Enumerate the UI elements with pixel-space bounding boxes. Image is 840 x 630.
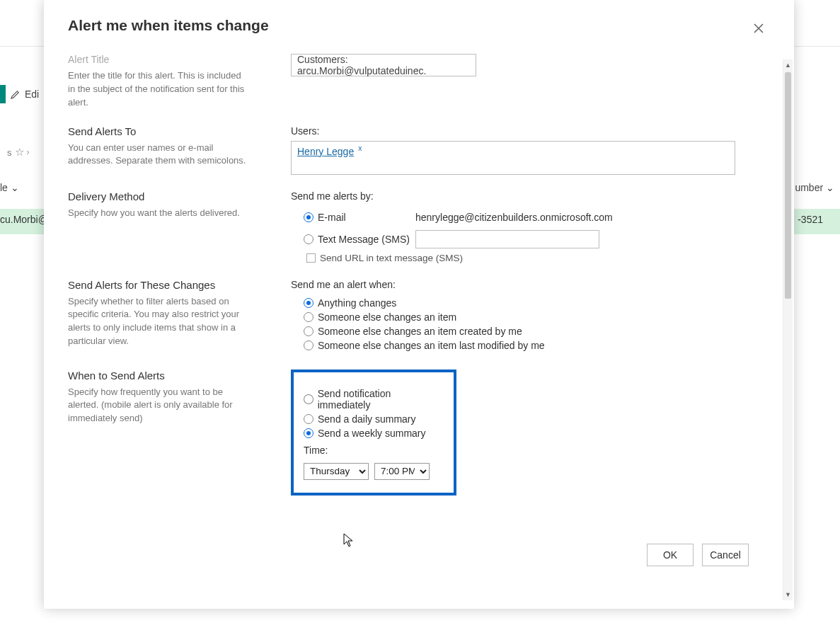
changes-heading: Send Alerts for These Changes — [68, 279, 248, 291]
close-button[interactable] — [747, 17, 770, 40]
changes-else-modified-label: Someone else changes an item last modifi… — [318, 340, 545, 351]
dialog-title: Alert me when items change — [68, 17, 269, 34]
pencil-icon — [10, 89, 21, 100]
chevron-down-icon: ⌄ — [826, 182, 834, 193]
users-input[interactable]: Henry Legge x — [291, 141, 735, 175]
star-icon[interactable]: ☆ — [15, 146, 24, 159]
when-heading: When to Send Alerts — [68, 370, 248, 382]
bg-edit-button[interactable]: Edi — [0, 85, 39, 103]
changes-else-created-radio[interactable] — [304, 326, 313, 336]
section-send-to: Send Alerts To You can enter user names … — [68, 110, 766, 175]
bg-accent-strip — [0, 85, 6, 103]
changes-label: Send me an alert when: — [291, 279, 766, 290]
when-daily-label: Send a daily summary — [318, 413, 416, 425]
alert-title-value: Customers: arcu.Morbi@vulputateduinec. — [297, 54, 470, 76]
changes-else-item-radio[interactable] — [304, 312, 313, 322]
user-chip[interactable]: Henry Legge — [297, 146, 354, 157]
section-alert-title: Alert Title Enter the title for this ale… — [68, 44, 766, 110]
bg-edit-label: Edi — [25, 88, 39, 100]
send-to-desc: You can enter user names or e-mail addre… — [68, 142, 248, 168]
bg-th-left[interactable]: le ⌄ — [0, 182, 19, 193]
day-select[interactable]: Thursday — [304, 463, 369, 480]
users-label: Users: — [291, 125, 766, 137]
changes-desc: Specify whether to filter alerts based o… — [68, 295, 248, 348]
changes-else-item-label: Someone else changes an item — [318, 311, 456, 323]
bg-crumb-s: s — [7, 147, 12, 158]
when-daily-radio[interactable] — [304, 414, 313, 424]
bg-breadcrumb: s ☆ › — [7, 146, 30, 159]
bg-row-left: cu.Morbi@ — [0, 214, 48, 225]
delivery-desc: Specify how you want the alerts delivere… — [68, 207, 248, 220]
section-delivery: Delivery Method Specify how you want the… — [68, 175, 766, 263]
ok-button[interactable]: OK — [647, 544, 694, 566]
when-weekly-label: Send a weekly summary — [318, 428, 426, 439]
time-label: Time: — [304, 445, 444, 456]
when-immediate-label: Send notification immediately — [318, 388, 444, 411]
alert-title-desc: Enter the title for this alert. This is … — [68, 69, 248, 110]
delivery-email-label: E-mail — [318, 212, 346, 223]
delivery-email-radio[interactable] — [304, 212, 313, 222]
changes-any-label: Anything changes — [318, 297, 396, 309]
send-to-heading: Send Alerts To — [68, 125, 248, 137]
when-highlight-box: Send notification immediately Send a dai… — [291, 370, 456, 496]
alert-settings-dialog: Alert me when items change ▲ ▼ Alert Tit… — [44, 0, 794, 609]
cancel-button[interactable]: Cancel — [702, 544, 749, 566]
alert-title-heading: Alert Title — [68, 54, 248, 65]
sms-url-checkbox[interactable] — [306, 253, 316, 263]
chevron-right-icon: › — [27, 147, 30, 157]
changes-else-created-label: Someone else changes an item created by … — [318, 326, 522, 337]
changes-else-modified-radio[interactable] — [304, 340, 313, 350]
user-remove-icon[interactable]: x — [358, 144, 362, 152]
delivery-sms-label: Text Message (SMS) — [318, 234, 410, 245]
when-immediate-radio[interactable] — [304, 394, 313, 404]
sms-number-input[interactable] — [415, 230, 599, 248]
section-when: When to Send Alerts Specify how frequent… — [68, 354, 766, 496]
time-select[interactable]: 7:00 PM — [374, 463, 430, 480]
when-desc: Specify how frequently you want to be al… — [68, 386, 248, 426]
delivery-heading: Delivery Method — [68, 190, 248, 202]
alert-title-input[interactable]: Customers: arcu.Morbi@vulputateduinec. — [291, 54, 476, 76]
bg-th-number[interactable]: umber ⌄ — [795, 182, 834, 193]
delivery-email-value: henrylegge@citizenbuilders.onmicrosoft.c… — [415, 212, 599, 223]
delivery-sms-radio[interactable] — [304, 234, 313, 244]
when-weekly-radio[interactable] — [304, 428, 313, 438]
section-changes: Send Alerts for These Changes Specify wh… — [68, 263, 766, 354]
delivery-label: Send me alerts by: — [291, 190, 766, 202]
dialog-footer: OK Cancel — [647, 544, 749, 566]
sms-url-label: Send URL in text message (SMS) — [320, 253, 463, 263]
chevron-down-icon: ⌄ — [11, 182, 19, 193]
close-icon — [753, 23, 764, 34]
bg-row-number: -3521 — [798, 214, 823, 225]
changes-any-radio[interactable] — [304, 298, 313, 308]
